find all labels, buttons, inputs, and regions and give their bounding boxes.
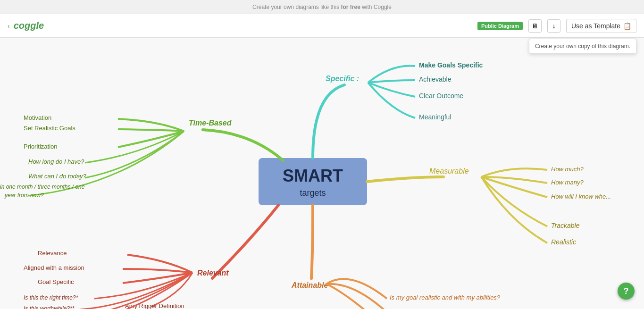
help-button[interactable]: ?	[618, 283, 635, 300]
svg-text:Meaningful: Meaningful	[419, 113, 452, 121]
copy-icon: 📋	[623, 22, 631, 30]
svg-text:Is this worthwhile?**: Is this worthwhile?**	[24, 305, 75, 309]
svg-text:Is my goal realistic and with : Is my goal realistic and with my abiliti…	[390, 294, 501, 301]
svg-text:How long do I have?: How long do I have?	[28, 158, 84, 165]
tooltip-text: Create your own copy of this diagram.	[535, 43, 630, 50]
public-badge: Public Diagram	[477, 22, 523, 30]
svg-text:Time-Based: Time-Based	[189, 119, 232, 127]
toolbar-right: Public Diagram 🖥 ↓ Use as Template 📋	[477, 19, 636, 33]
coggle-logo: coggle	[14, 20, 44, 31]
svg-text:Make Goals Specific: Make Goals Specific	[419, 61, 483, 69]
svg-text:Relevance: Relevance	[38, 250, 67, 257]
toolbar: ‹ coggle Public Diagram 🖥 ↓ Use as Templ…	[0, 14, 644, 38]
back-arrow-icon: ‹	[8, 22, 10, 30]
svg-text:Trackable: Trackable	[551, 222, 580, 229]
use-template-label: Use as Template	[571, 22, 620, 30]
svg-text:Prioritization: Prioritization	[24, 143, 58, 150]
svg-text:Clear Outcome: Clear Outcome	[419, 92, 463, 100]
svg-text:Is this the right time?*: Is this the right time?*	[24, 294, 78, 301]
help-icon: ?	[624, 286, 629, 296]
svg-text:targets: targets	[300, 188, 326, 198]
back-button[interactable]: ‹ coggle	[8, 20, 44, 31]
svg-text:Motivation: Motivation	[24, 114, 51, 121]
download-icon[interactable]: ↓	[547, 19, 560, 33]
top-info-bar: Create your own diagrams like this for f…	[0, 0, 644, 14]
mindmap-canvas: SMART targets Specific : Make Goals Spec…	[0, 38, 644, 309]
svg-text:How will I know whe...: How will I know whe...	[551, 193, 611, 200]
tooltip-box: Create your own copy of this diagram.	[529, 39, 636, 54]
monitor-icon[interactable]: 🖥	[528, 19, 542, 33]
svg-text:How much?: How much?	[551, 166, 584, 173]
svg-text:Relevant: Relevant	[197, 269, 229, 277]
svg-text:SMART: SMART	[283, 166, 343, 185]
svg-text:Goal Specific: Goal Specific	[38, 278, 74, 285]
svg-text:How many?: How many?	[551, 179, 584, 186]
svg-text:e in one month / three months : e in one month / three months / one	[0, 184, 85, 190]
use-template-button[interactable]: Use as Template 📋	[566, 19, 636, 33]
svg-text:Attainable: Attainable	[291, 281, 328, 289]
svg-text:Aligned with a mission: Aligned with a mission	[24, 264, 84, 271]
svg-text:Specific :: Specific :	[326, 75, 359, 83]
svg-text:What can I do today?: What can I do today?	[28, 173, 87, 180]
svg-text:Measurable: Measurable	[429, 167, 469, 175]
svg-text:year from now?: year from now?	[4, 192, 44, 199]
svg-text:Set Realistic Goals: Set Realistic Goals	[24, 125, 75, 132]
top-bar-text: Create your own diagrams like this for f…	[252, 4, 392, 10]
svg-text:Realistic: Realistic	[551, 238, 576, 246]
svg-text:Achievable: Achievable	[419, 75, 452, 83]
